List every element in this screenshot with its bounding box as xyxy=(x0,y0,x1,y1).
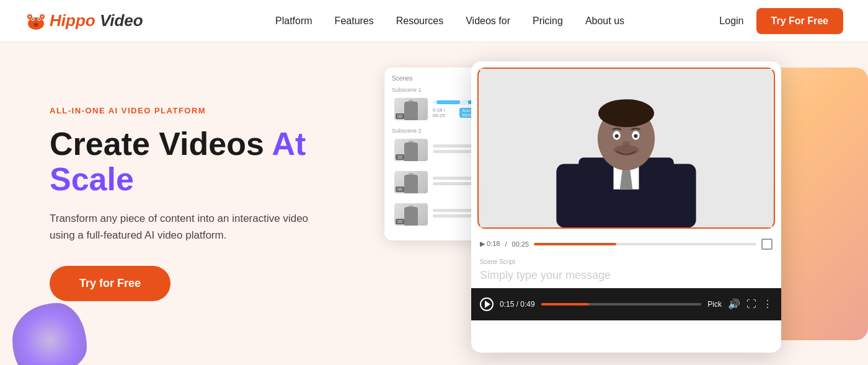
scene-thumb-4: 00 xyxy=(394,203,428,226)
scene-time-1: 00 xyxy=(396,113,404,119)
scene-time-3: 00 xyxy=(396,187,404,192)
fullscreen-icon[interactable]: ⛶ xyxy=(746,299,756,310)
hero-visual: Scenes Subscene 1 00 xyxy=(384,55,818,353)
hero-content: ALL-IN-ONE AI VIDEO PLATFORM Create Vide… xyxy=(50,106,347,301)
time-current: ▶ 0:18 xyxy=(480,240,500,248)
logo-text: Hippo Video xyxy=(50,11,143,30)
nav-pricing[interactable]: Pricing xyxy=(533,15,563,27)
play-icon xyxy=(485,301,490,308)
timeline-block-1a xyxy=(436,100,460,104)
nav-about-us[interactable]: About us xyxy=(585,15,624,27)
scene-thumb-3: 00 xyxy=(394,171,428,193)
hero-title: Create Videos At Scale xyxy=(50,126,347,197)
svg-point-23 xyxy=(634,134,637,138)
hero-section: ALL-IN-ONE AI VIDEO PLATFORM Create Vide… xyxy=(0,42,868,365)
presenter-area xyxy=(477,68,775,229)
svg-point-22 xyxy=(615,134,619,138)
scene-time-4: 00 xyxy=(396,219,404,224)
progress-row: ▶ 0:18 / 00:25 xyxy=(471,235,781,252)
volume-icon[interactable]: 🔊 xyxy=(728,298,740,310)
pick-label: Pick xyxy=(707,300,722,309)
login-button[interactable]: Login xyxy=(719,15,743,27)
progress-fill xyxy=(534,243,616,245)
player-time: 0:15 / 0:49 xyxy=(500,300,535,309)
full-progress-bar[interactable] xyxy=(534,243,756,245)
main-nav: Platform Features Resources Videos for P… xyxy=(180,15,720,27)
svg-point-5 xyxy=(32,18,33,19)
hero-cta-button[interactable]: Try for Free xyxy=(50,266,170,301)
script-area: Scene Script Simply type your message xyxy=(471,252,781,288)
svg-rect-26 xyxy=(556,164,601,227)
header-right: Login Try For Free xyxy=(719,8,843,34)
hero-title-main: Create Videos xyxy=(50,126,272,162)
nav-videos-for[interactable]: Videos for xyxy=(466,15,510,27)
script-placeholder[interactable]: Simply type your message xyxy=(480,269,773,282)
player-progress-fill xyxy=(541,303,590,306)
time-display-1: 0:18 / 00:25 xyxy=(433,107,457,118)
more-options-icon[interactable]: ⋮ xyxy=(763,298,773,310)
scene-time-2: 20 xyxy=(396,154,404,160)
logo-icon xyxy=(25,10,47,32)
time-total: 00:25 xyxy=(512,240,529,248)
svg-point-10 xyxy=(41,15,43,18)
video-controls: 🔊 ⛶ ⋮ xyxy=(728,298,773,310)
svg-point-25 xyxy=(614,144,639,154)
svg-point-9 xyxy=(29,15,31,18)
thumb-figure-2 xyxy=(404,143,418,161)
player-progress-bar[interactable] xyxy=(541,303,702,306)
expand-icon[interactable] xyxy=(761,239,773,250)
svg-rect-27 xyxy=(652,164,696,227)
svg-point-6 xyxy=(38,18,40,19)
try-for-free-button[interactable]: Try For Free xyxy=(756,8,843,34)
thumb-figure-4 xyxy=(404,207,418,226)
hero-tag: ALL-IN-ONE AI VIDEO PLATFORM xyxy=(50,106,347,115)
logo[interactable]: Hippo Video xyxy=(25,10,143,32)
nav-platform[interactable]: Platform xyxy=(275,15,312,27)
svg-point-11 xyxy=(33,23,38,27)
time-separator: / xyxy=(505,240,507,248)
thumb-figure-1 xyxy=(404,102,418,120)
scene-thumb-1: 00 xyxy=(394,98,428,120)
decorative-blob xyxy=(12,303,87,365)
play-button[interactable] xyxy=(480,297,494,311)
scene-thumb-2: 20 xyxy=(394,139,428,161)
svg-point-13 xyxy=(37,24,38,25)
video-player-bar: 0:15 / 0:49 Pick 🔊 ⛶ ⋮ xyxy=(471,288,781,320)
svg-point-19 xyxy=(598,99,654,127)
hero-description: Transform any piece of content into an i… xyxy=(50,210,347,244)
script-label: Scene Script xyxy=(480,258,773,265)
video-preview: ▶ 0:18 / 00:25 Scene Script Simply type … xyxy=(471,61,781,353)
nav-features[interactable]: Features xyxy=(335,15,374,27)
thumb-figure-3 xyxy=(404,175,418,193)
header: Hippo Video Platform Features Resources … xyxy=(0,0,868,42)
nav-resources[interactable]: Resources xyxy=(396,15,443,27)
svg-point-12 xyxy=(35,24,36,25)
presenter-svg xyxy=(479,69,774,227)
